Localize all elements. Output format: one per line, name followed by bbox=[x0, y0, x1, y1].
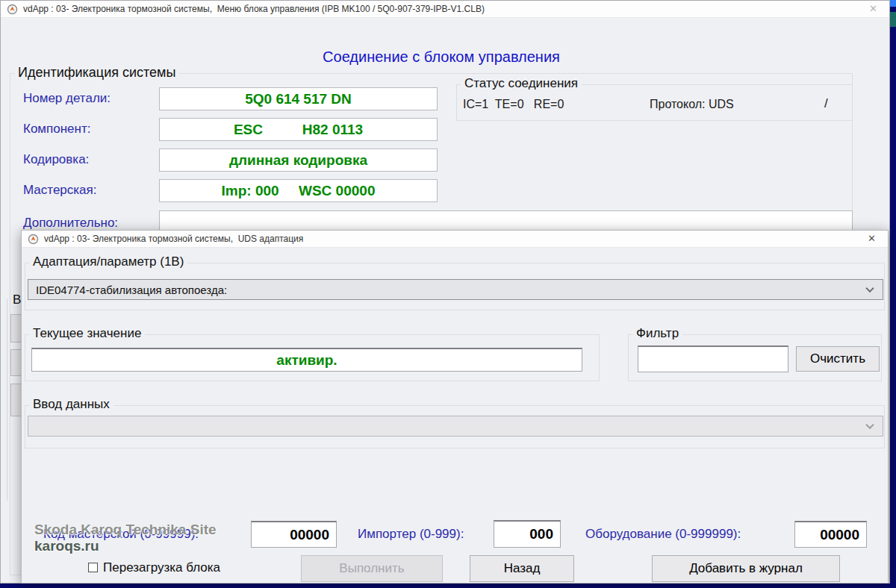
importer-value: 000 bbox=[529, 526, 553, 542]
page-heading: Соединение с блоком управления bbox=[1, 49, 882, 66]
adaptation-combobox[interactable]: IDE04774-стабилизация автопоезда: bbox=[28, 279, 883, 300]
coding-label: Кодировка: bbox=[23, 152, 89, 167]
app-icon bbox=[7, 4, 18, 15]
reboot-checkbox-label: Перезагрузка блока bbox=[103, 560, 220, 575]
data-entry-group-label: Ввод данных bbox=[29, 397, 113, 412]
hidden-button-1[interactable] bbox=[10, 314, 22, 343]
execute-button[interactable]: Выполнить bbox=[301, 555, 443, 582]
reboot-checkbox[interactable] bbox=[88, 563, 98, 572]
watermark: Skoda Karoq Technika Site karoqs.ru bbox=[34, 522, 217, 554]
filter-groupbox: Фильтр Очистить bbox=[628, 334, 882, 381]
back-button[interactable]: Назад bbox=[470, 555, 574, 582]
component-label: Компонент: bbox=[23, 122, 90, 137]
adaptation-selected-value: IDE04774-стабилизация автопоезда: bbox=[36, 284, 227, 296]
coding-field: длинная кодировка bbox=[159, 148, 438, 172]
hidden-group-letter: В bbox=[13, 293, 21, 307]
current-value: активир. bbox=[276, 352, 337, 369]
coding-value: длинная кодировка bbox=[229, 152, 367, 169]
data-entry-combobox[interactable] bbox=[28, 416, 883, 437]
importer-input[interactable]: 000 bbox=[494, 520, 561, 548]
watermark-line2: karoqs.ru bbox=[34, 538, 217, 554]
connection-status-groupbox: Статус соединения IC=1 TE=0 RE=0 Протоко… bbox=[456, 84, 853, 121]
equipment-value: 00000 bbox=[820, 527, 859, 543]
workshop-code-value: 00000 bbox=[290, 527, 329, 543]
execute-button-label: Выполнить bbox=[339, 561, 404, 576]
current-value-field: активир. bbox=[31, 348, 582, 372]
part-number-field: 5Q0 614 517 DN bbox=[159, 87, 438, 110]
close-icon[interactable]: ✕ bbox=[869, 3, 877, 14]
workshop-code-input[interactable]: 00000 bbox=[251, 521, 337, 548]
importer-label: Импортер (0-999): bbox=[358, 527, 464, 542]
back-button-label: Назад bbox=[504, 561, 541, 576]
watermark-line1: Skoda Karoq Technika Site bbox=[34, 522, 217, 538]
workshop-value: Imp: 000 WSC 00000 bbox=[222, 183, 376, 199]
component-value: ESC H82 0113 bbox=[234, 122, 363, 138]
status-counters: IC=1 TE=0 RE=0 bbox=[463, 98, 564, 111]
clear-filter-button[interactable]: Очистить bbox=[796, 346, 880, 372]
chevron-down-icon bbox=[865, 284, 874, 293]
current-value-group-label: Текущее значение bbox=[29, 326, 145, 341]
chevron-down-icon bbox=[865, 421, 874, 429]
equipment-input[interactable]: 00000 bbox=[794, 521, 867, 548]
hidden-groupbox-border bbox=[7, 299, 7, 501]
hidden-button-2[interactable] bbox=[10, 349, 22, 376]
adaptation-group-label: Адаптация/параметр (1B) bbox=[29, 254, 187, 269]
connection-status-label: Статус соединения bbox=[461, 76, 582, 91]
clear-filter-button-label: Очистить bbox=[810, 351, 865, 366]
add-to-log-button[interactable]: Добавить в журнал bbox=[652, 555, 840, 582]
current-value-groupbox: Текущее значение активир. bbox=[25, 334, 600, 381]
part-number-value: 5Q0 614 517 DN bbox=[245, 91, 352, 107]
workshop-label: Мастерская: bbox=[23, 183, 97, 198]
workshop-field: Imp: 000 WSC 00000 bbox=[159, 179, 438, 202]
titlebar-front[interactable]: vdApp : 03- Электроника тормозной систем… bbox=[22, 231, 888, 248]
equipment-label: Оборудование (0-999999): bbox=[585, 527, 741, 542]
additional-label: Дополнительно: bbox=[23, 216, 118, 231]
window-title: vdApp : 03- Электроника тормозной систем… bbox=[23, 4, 485, 14]
close-icon[interactable]: ✕ bbox=[868, 233, 876, 244]
filter-group-label: Фильтр bbox=[632, 326, 682, 341]
component-field: ESC H82 0113 bbox=[159, 118, 438, 141]
status-protocol: Протокол: UDS bbox=[650, 98, 734, 111]
filter-input[interactable] bbox=[638, 345, 788, 372]
identification-group-label: Идентификация системы bbox=[14, 65, 179, 81]
add-to-log-button-label: Добавить в журнал bbox=[689, 561, 803, 576]
desktop: vdApp : 03- Электроника тормозной систем… bbox=[0, 0, 896, 588]
status-slash: / bbox=[824, 96, 828, 111]
window-title: vdApp : 03- Электроника тормозной систем… bbox=[44, 234, 303, 244]
hidden-button-3[interactable] bbox=[10, 384, 22, 416]
titlebar-back[interactable]: vdApp : 03- Электроника тормозной систем… bbox=[1, 1, 889, 18]
part-number-label: Номер детали: bbox=[23, 91, 111, 106]
app-icon bbox=[28, 234, 39, 245]
